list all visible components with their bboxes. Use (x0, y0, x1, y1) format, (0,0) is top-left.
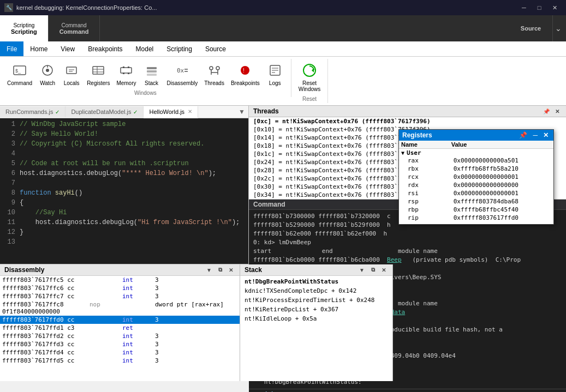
menu-source[interactable]: Source (199, 41, 233, 56)
menu-scripting[interactable]: Scripting (160, 41, 199, 56)
stack-float-button[interactable]: ⧉ (368, 266, 377, 274)
watch-icon (39, 62, 56, 79)
close-button[interactable]: ✕ (547, 2, 562, 13)
tab-overflow-button[interactable]: ⌄ (553, 22, 564, 35)
threads-pin-button[interactable]: 📌 (542, 107, 551, 116)
ribbon-breakpoints-button[interactable]: ! Breakpoints (228, 60, 263, 88)
disasm-row-3[interactable]: fffff803`7617ffc8 0f1f840000000000 nop d… (0, 300, 240, 316)
disasm-row-1[interactable]: fffff803`7617ffc6 cc int 3 (0, 284, 240, 292)
reg-group-user-header[interactable]: ▼ User (401, 149, 551, 156)
code-line-12: 12 } (0, 228, 248, 238)
tab-command-top-label: Command (61, 22, 86, 28)
svg-rect-19 (147, 74, 157, 76)
ribbon-buttons: $_ Command Watch Locals (4, 60, 287, 88)
reg-rbx[interactable]: rbx 0xffffb68ffb58a210 (401, 165, 551, 173)
window-controls: ─ □ ✕ (517, 2, 562, 13)
reg-rip[interactable]: rip 0xfffff8037617ffd0 (401, 214, 551, 222)
disasm-close-button[interactable]: ✕ (227, 266, 235, 274)
tab-source[interactable]: Source (509, 15, 553, 41)
disasm-row-4[interactable]: fffff803`7617ffd0 cc int 3 (0, 316, 240, 324)
beep-link[interactable]: Beep (387, 256, 402, 263)
menu-breakpoints[interactable]: Breakpoints (81, 41, 129, 56)
stack-title: Stack (245, 266, 262, 274)
reg-rax[interactable]: rax 0x000000000000a501 (401, 156, 551, 165)
editor-area: RunCommands.js ✓ DuplicateDataModel.js ✓… (0, 106, 249, 264)
ribbon-locals-button[interactable]: Locals (60, 60, 83, 88)
ribbon-registers-button[interactable]: Registers (84, 60, 112, 88)
stack-item-0[interactable]: nt!DbgBreakPointWithStatus (242, 277, 390, 286)
tab-scripting-top-label: Scripting (13, 22, 34, 28)
disasm-dropdown-button[interactable]: ▼ (205, 266, 213, 274)
disasm-row-6[interactable]: fffff803`7617ffd2 cc int 3 (0, 332, 240, 340)
tab-hello-world-label: HelloWorld.js (149, 108, 184, 115)
maximize-button[interactable]: □ (532, 2, 546, 13)
disasm-float-button[interactable]: ⧉ (216, 266, 224, 274)
menu-view[interactable]: View (54, 41, 81, 56)
svg-point-3 (46, 69, 49, 72)
stack-item-1[interactable]: kdnic!TXSendCompleteDpc + 0x142 (242, 286, 390, 295)
code-line-13: 13 (0, 238, 248, 248)
stack-item-2[interactable]: nt!KiProcessExpiredTimerList + 0x248 (242, 295, 390, 305)
memory-icon (117, 62, 135, 79)
reg-rsi[interactable]: rsi 0x0000000000000001 (401, 189, 551, 197)
disasm-row-5[interactable]: fffff803`7617ffd1 c3 ret (0, 324, 240, 332)
code-editor[interactable]: 1 // WinDbg JavaScript sample 2 // Says … (0, 118, 248, 264)
ribbon-locals-label: Locals (64, 80, 80, 86)
disasm-row-0[interactable]: fffff803`7617ffc5 cc int 3 (0, 276, 240, 284)
cmd-line-3: fffff801`b62e000 fffff801`b62ef000 h (253, 230, 562, 238)
registers-close-button[interactable]: ✕ (541, 131, 550, 139)
code-line-10: 10 //Say Hi (0, 209, 248, 219)
menu-model[interactable]: Model (129, 41, 160, 56)
reg-rbp[interactable]: rbp 0xffffb68ffbc45f40 (401, 206, 551, 214)
registers-pin-button[interactable]: 📌 (517, 131, 529, 139)
stack-item-3[interactable]: nt!KiRetireDpcList + 0x367 (242, 305, 390, 314)
registers-minimize-button[interactable]: ─ (531, 131, 539, 139)
reg-group-arrow: ▼ (401, 150, 404, 156)
stack-dropdown-button[interactable]: ▼ (358, 266, 366, 274)
tab-run-commands[interactable]: RunCommands.js ✓ (0, 106, 65, 117)
svg-rect-12 (121, 68, 132, 73)
thread-item-0[interactable]: [0xc] = nt!KiSwapContext+0x76 (fffff803`… (249, 117, 566, 125)
code-line-4: 4 (0, 150, 248, 160)
disasm-row-2[interactable]: fffff803`7617ffc7 cc int 3 (0, 292, 240, 300)
tab-hello-world-close[interactable]: ✕ (188, 108, 192, 114)
ribbon-command-button[interactable]: $_ Command (4, 60, 35, 88)
ribbon-threads-button[interactable]: Threads (201, 60, 227, 88)
disassembly-controls: ▼ ⧉ ✕ (205, 266, 235, 274)
logs-icon (266, 62, 284, 79)
code-line-3: 3 // Copyright (C) Microsoft All rights … (0, 140, 248, 150)
tab-command[interactable]: Command Command (49, 15, 100, 41)
reg-group-user-label: User (407, 149, 421, 156)
tab-duplicate-data[interactable]: DuplicateDataModel.js ✓ (65, 106, 144, 117)
reg-rdx[interactable]: rdx 0x0000000000000000 (401, 181, 551, 189)
ribbon-stack-label: Stack (145, 80, 158, 86)
disasm-row-9[interactable]: fffff803`7617ffd5 cc int 3 (0, 357, 240, 365)
stack-close-button[interactable]: ✕ (379, 266, 388, 274)
ribbon-logs-button[interactable]: Logs (264, 60, 287, 88)
editor-tab-overflow[interactable]: ▼ (235, 106, 248, 118)
menu-file[interactable]: File (0, 41, 23, 56)
ribbon-watch-button[interactable]: Watch (36, 60, 59, 88)
minimize-button[interactable]: ─ (517, 2, 531, 13)
threads-close-button[interactable]: ✕ (553, 107, 562, 116)
stack-list[interactable]: nt!DbgBreakPointWithStatus kdnic!TXSendC… (240, 276, 392, 381)
tab-scripting[interactable]: Scripting Scripting (0, 15, 49, 41)
svg-rect-18 (147, 70, 157, 73)
registers-column-headers: Name Value (399, 141, 553, 149)
ribbon-memory-button[interactable]: Memory (114, 60, 139, 88)
disasm-row-8[interactable]: fffff803`7617ffd4 cc int 3 (0, 348, 240, 357)
stack-item-4[interactable]: nt!KiIdleLoop + 0x5a (242, 314, 390, 323)
ribbon-disassembly-button[interactable]: 0x Disassembly (164, 60, 201, 88)
reg-rsp[interactable]: rsp 0xfffff803784dba68 (401, 197, 551, 206)
reg-rcx[interactable]: rcx 0x0000000000000001 (401, 173, 551, 181)
svg-rect-17 (147, 67, 157, 69)
tab-hello-world[interactable]: HelloWorld.js ✕ (144, 106, 198, 118)
disasm-row-7[interactable]: fffff803`7617ffd3 cc int 3 (0, 340, 240, 348)
registers-body[interactable]: ▼ User rax 0x000000000000a501 rbx 0xffff… (399, 149, 553, 224)
svg-text:!: ! (243, 68, 245, 74)
ribbon-reset-windows-button[interactable]: ResetWindows (296, 60, 324, 94)
code-line-8: 8 function sayHi() (0, 189, 248, 199)
disassembly-table[interactable]: fffff803`7617ffc5 cc int 3 fffff803`7617… (0, 276, 240, 381)
ribbon-stack-button[interactable]: Stack (140, 60, 163, 88)
menu-home[interactable]: Home (23, 41, 54, 56)
